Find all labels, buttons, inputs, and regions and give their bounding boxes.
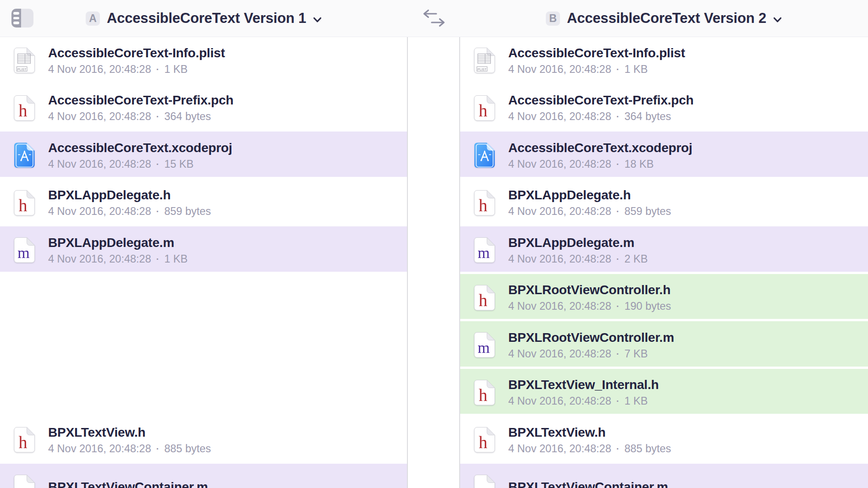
file-name: BPXLTextView.h xyxy=(508,425,671,440)
pane-a-version-selector[interactable]: AccessibleCoreText Version 1 xyxy=(107,10,306,27)
svg-text:h: h xyxy=(19,196,27,215)
file-name: BPXLTextView_Internal.h xyxy=(508,377,659,393)
file-row[interactable]: m BPXLAppDelegate.m4 Nov 2016, 20:48:28·… xyxy=(460,226,868,274)
file-name: BPXLRootViewController.h xyxy=(508,282,671,298)
pane-b-badge: B xyxy=(546,11,560,26)
file-date: 4 Nov 2016, 20:48:28 xyxy=(48,158,151,170)
file-date: 4 Nov 2016, 20:48:28 xyxy=(48,252,151,265)
h-file-icon: h xyxy=(14,427,35,453)
file-row[interactable]: h BPXLTextView.h4 Nov 2016, 20:48:28·885… xyxy=(0,416,407,464)
file-meta: 4 Nov 2016, 20:48:28·18 KB xyxy=(508,158,692,170)
file-name: BPXLAppDelegate.h xyxy=(508,187,671,203)
file-row[interactable]: PLIST AccessibleCoreText-Info.plist4 Nov… xyxy=(460,37,868,84)
file-name: AccessibleCoreText-Info.plist xyxy=(48,45,225,61)
file-meta: 4 Nov 2016, 20:48:28·364 bytes xyxy=(48,110,234,123)
m-file-icon: m xyxy=(14,237,35,263)
pane-b-header: B AccessibleCoreText Version 2 xyxy=(460,0,868,37)
file-meta: 4 Nov 2016, 20:48:28·1 KB xyxy=(508,395,659,407)
svg-text:h: h xyxy=(479,291,488,310)
file-list-pane-b: PLIST AccessibleCoreText-Info.plist4 Nov… xyxy=(459,37,868,488)
pane-b-version-selector[interactable]: AccessibleCoreText Version 2 xyxy=(567,10,766,27)
meta-separator: · xyxy=(156,158,159,170)
file-row[interactable]: m BPXLRootViewController.m4 Nov 2016, 20… xyxy=(460,321,868,369)
file-row[interactable]: h BPXLTextView_Internal.h4 Nov 2016, 20:… xyxy=(460,369,868,417)
file-size: 885 bytes xyxy=(624,442,671,455)
file-name: AccessibleCoreText.xcodeproj xyxy=(48,140,232,156)
file-date: 4 Nov 2016, 20:48:28 xyxy=(48,205,151,218)
file-row[interactable]: AccessibleCoreText.xcodeproj4 Nov 2016, … xyxy=(0,132,407,179)
file-size: 364 bytes xyxy=(164,110,211,123)
file-meta: 4 Nov 2016, 20:48:28·1 KB xyxy=(48,252,187,265)
file-date: 4 Nov 2016, 20:48:28 xyxy=(508,205,611,218)
file-row[interactable]: AccessibleCoreText.xcodeproj4 Nov 2016, … xyxy=(460,132,868,179)
file-date: 4 Nov 2016, 20:48:28 xyxy=(508,347,611,360)
file-name: BPXLTextView.h xyxy=(48,425,211,440)
file-row[interactable]: h BPXLAppDelegate.h4 Nov 2016, 20:48:28·… xyxy=(0,179,407,227)
h-file-icon: h xyxy=(474,285,495,311)
file-name: AccessibleCoreText-Prefix.pch xyxy=(48,93,234,108)
file-row[interactable]: m BPXLTextViewContainer.m xyxy=(0,464,407,488)
file-date: 4 Nov 2016, 20:48:28 xyxy=(508,442,611,455)
meta-separator: · xyxy=(156,252,159,265)
file-date: 4 Nov 2016, 20:48:28 xyxy=(48,442,151,455)
file-date: 4 Nov 2016, 20:48:28 xyxy=(508,300,611,313)
file-name: BPXLAppDelegate.h xyxy=(48,187,211,203)
file-size: 885 bytes xyxy=(164,442,211,455)
meta-separator: · xyxy=(156,63,159,76)
swap-panes-button[interactable] xyxy=(421,9,447,27)
meta-separator: · xyxy=(616,63,620,76)
meta-separator: · xyxy=(156,110,159,123)
meta-separator: · xyxy=(616,110,620,123)
svg-text:m: m xyxy=(478,482,489,488)
file-row[interactable]: h AccessibleCoreText-Prefix.pch4 Nov 201… xyxy=(460,84,868,132)
xcodeproj-file-icon xyxy=(474,142,495,168)
svg-text:h: h xyxy=(19,433,27,452)
m-file-icon: m xyxy=(474,237,495,263)
svg-text:m: m xyxy=(478,339,489,356)
file-row[interactable]: h BPXLTextView.h4 Nov 2016, 20:48:28·885… xyxy=(460,416,868,464)
file-row[interactable]: PLIST AccessibleCoreText-Info.plist4 Nov… xyxy=(0,37,407,84)
svg-text:PLIST: PLIST xyxy=(17,68,27,71)
file-meta: 4 Nov 2016, 20:48:28·7 KB xyxy=(508,347,674,360)
file-meta: 4 Nov 2016, 20:48:28·885 bytes xyxy=(48,442,211,455)
m-file-icon: m xyxy=(474,332,495,358)
meta-separator: · xyxy=(616,300,620,313)
file-name: BPXLAppDelegate.m xyxy=(48,235,187,251)
svg-text:m: m xyxy=(17,244,29,261)
pane-a-header: A AccessibleCoreText Version 1 xyxy=(0,0,407,37)
file-name: AccessibleCoreText.xcodeproj xyxy=(508,140,692,156)
file-date: 4 Nov 2016, 20:48:28 xyxy=(508,252,611,265)
file-row[interactable]: m BPXLTextViewContainer.m xyxy=(460,464,868,488)
file-size: 364 bytes xyxy=(624,110,671,123)
file-date: 4 Nov 2016, 20:48:28 xyxy=(508,395,611,407)
file-date: 4 Nov 2016, 20:48:28 xyxy=(48,63,151,76)
meta-separator: · xyxy=(616,158,620,170)
file-meta: 4 Nov 2016, 20:48:28·190 bytes xyxy=(508,300,671,313)
meta-separator: · xyxy=(156,205,159,218)
m-file-icon: m xyxy=(14,474,35,488)
chevron-down-icon[interactable] xyxy=(773,17,782,23)
svg-text:h: h xyxy=(479,385,488,405)
file-size: 1 KB xyxy=(164,252,187,265)
plist-file-icon: PLIST xyxy=(474,47,495,73)
chevron-down-icon[interactable] xyxy=(313,17,322,23)
plist-file-icon: PLIST xyxy=(14,47,35,73)
svg-text:m: m xyxy=(478,244,489,261)
svg-text:h: h xyxy=(479,196,488,215)
file-date: 4 Nov 2016, 20:48:28 xyxy=(508,158,611,170)
file-row[interactable]: h BPXLAppDelegate.h4 Nov 2016, 20:48:28·… xyxy=(460,179,868,227)
file-size: 18 KB xyxy=(624,158,654,170)
xcodeproj-file-icon xyxy=(14,142,35,168)
file-meta: 4 Nov 2016, 20:48:28·364 bytes xyxy=(508,110,694,123)
file-row[interactable]: h AccessibleCoreText-Prefix.pch4 Nov 201… xyxy=(0,84,407,132)
file-size: 190 bytes xyxy=(624,300,671,313)
file-name: BPXLRootViewController.m xyxy=(508,330,674,345)
file-meta: 4 Nov 2016, 20:48:28·2 KB xyxy=(508,252,648,265)
file-row[interactable]: h BPXLRootViewController.h4 Nov 2016, 20… xyxy=(460,274,868,322)
meta-separator: · xyxy=(616,395,620,407)
file-name: AccessibleCoreText-Info.plist xyxy=(508,45,685,61)
file-name: AccessibleCoreText-Prefix.pch xyxy=(508,93,694,108)
file-row[interactable]: m BPXLAppDelegate.m4 Nov 2016, 20:48:28·… xyxy=(0,226,407,274)
file-size: 1 KB xyxy=(164,63,187,76)
file-meta: 4 Nov 2016, 20:48:28·1 KB xyxy=(508,63,685,76)
